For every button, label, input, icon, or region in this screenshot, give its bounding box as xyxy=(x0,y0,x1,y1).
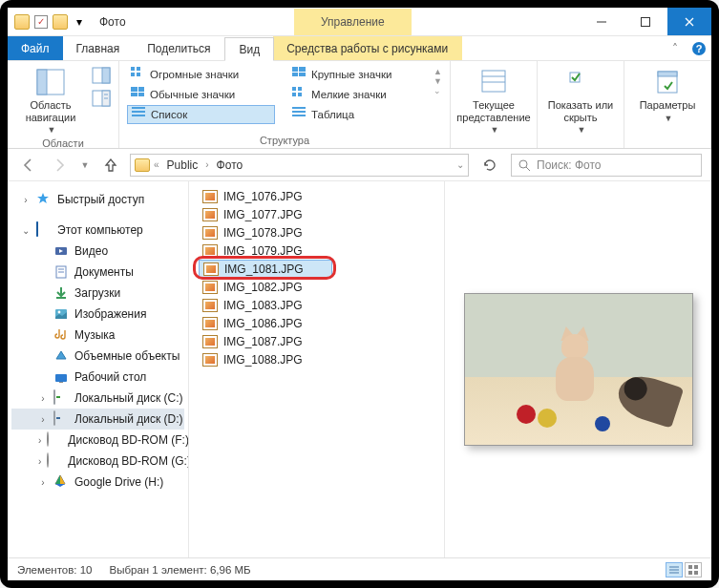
tree-item-icon xyxy=(53,243,69,259)
file-item[interactable]: IMG_1078.JPG xyxy=(199,223,332,242)
explorer-window: ▾ Фото Управление Файл Главная Поделитьс… xyxy=(8,8,711,580)
preview-image xyxy=(464,293,693,446)
file-item[interactable]: IMG_1087.JPG xyxy=(199,332,332,350)
view-details-toggle[interactable] xyxy=(666,562,683,578)
svg-text:?: ? xyxy=(696,43,703,54)
tab-home[interactable]: Главная xyxy=(63,36,135,60)
options-icon xyxy=(652,67,683,97)
view-huge-icons[interactable]: Огромные значки xyxy=(127,65,275,84)
window-title: Фото xyxy=(99,15,126,29)
tree-item-icon xyxy=(53,474,69,490)
qat-dropdown-icon[interactable]: ▾ xyxy=(71,13,88,31)
file-item[interactable]: IMG_1081.JPG xyxy=(199,260,332,278)
current-view-button[interactable]: Текущее представление▼ xyxy=(458,65,529,136)
svg-rect-42 xyxy=(694,571,698,575)
tree-item-icon xyxy=(53,411,69,427)
svg-marker-35 xyxy=(55,484,65,487)
tree-item[interactable]: ›Локальный диск (D:) xyxy=(11,409,184,430)
show-hide-button[interactable]: Показать или скрыть▼ xyxy=(545,65,616,136)
view-table[interactable]: Таблица xyxy=(288,105,428,124)
folder-icon xyxy=(13,13,31,31)
up-button[interactable] xyxy=(99,154,122,177)
tree-item-icon xyxy=(53,264,69,280)
image-file-icon xyxy=(202,244,218,258)
views-expand-icon[interactable]: ⌄ xyxy=(434,86,442,95)
svg-rect-9 xyxy=(102,68,110,83)
navigation-bar: ▼ « Public › Фото ⌄ Поиск: Фото xyxy=(8,149,711,181)
tree-item[interactable]: Документы xyxy=(11,262,184,283)
file-list[interactable]: IMG_1076.JPGIMG_1077.JPGIMG_1078.JPGIMG_… xyxy=(189,181,444,557)
tab-picture-tools[interactable]: Средства работы с рисунками xyxy=(273,36,462,60)
file-item[interactable]: IMG_1083.JPG xyxy=(199,296,332,314)
tree-item[interactable]: Рабочий стол xyxy=(11,367,184,388)
recent-locations-button[interactable]: ▼ xyxy=(78,154,92,177)
tree-item[interactable]: Видео xyxy=(11,241,184,262)
view-normal-icons[interactable]: Обычные значки xyxy=(127,85,275,104)
navigation-tree[interactable]: › Быстрый доступ ⌄ Этот компьютер ВидеоД… xyxy=(8,181,189,557)
file-item[interactable]: IMG_1086.JPG xyxy=(199,314,332,332)
tree-quick-access[interactable]: › Быстрый доступ xyxy=(11,189,184,210)
group-panes-label: Области xyxy=(42,136,84,149)
maximize-button[interactable] xyxy=(624,8,667,35)
navigation-pane-button[interactable]: Область навигации ▼ xyxy=(15,65,86,136)
file-menu[interactable]: Файл xyxy=(8,36,63,60)
view-small-icons[interactable]: Мелкие значки xyxy=(288,85,428,104)
tree-item-icon xyxy=(53,327,69,343)
options-button[interactable]: Параметры▼ xyxy=(632,65,703,123)
preview-pane-icon[interactable] xyxy=(92,67,111,87)
search-input[interactable]: Поиск: Фото xyxy=(511,154,702,177)
close-button[interactable] xyxy=(667,8,711,35)
computer-icon xyxy=(36,222,52,238)
image-file-icon xyxy=(202,190,218,203)
star-icon xyxy=(36,192,52,207)
quick-access-pin-icon[interactable] xyxy=(32,13,50,31)
tree-this-pc[interactable]: ⌄ Этот компьютер xyxy=(11,220,184,241)
tree-item[interactable]: ›Дисковод BD-ROM (G:) xyxy=(11,451,184,472)
help-button[interactable]: ? xyxy=(687,36,711,60)
svg-rect-40 xyxy=(694,565,698,569)
file-item[interactable]: IMG_1079.JPG xyxy=(199,242,332,260)
tree-item-icon xyxy=(53,369,69,385)
tree-item[interactable]: ›Google Drive (H:) xyxy=(11,472,184,493)
back-button[interactable] xyxy=(17,154,40,177)
tab-view[interactable]: Вид xyxy=(224,37,274,61)
forward-button[interactable] xyxy=(48,154,71,177)
tree-item[interactable]: Изображения xyxy=(11,304,184,325)
breadcrumb-root[interactable]: Public xyxy=(163,158,202,172)
file-item[interactable]: IMG_1077.JPG xyxy=(199,205,332,223)
breadcrumb-folder[interactable]: Фото xyxy=(213,158,247,172)
view-thumbnails-toggle[interactable] xyxy=(685,562,702,578)
tree-item-icon xyxy=(53,390,69,406)
details-pane-icon[interactable] xyxy=(92,90,111,110)
image-file-icon xyxy=(202,281,218,294)
tree-item[interactable]: Музыка xyxy=(11,325,184,346)
navigation-pane-label: Область навигации xyxy=(15,99,86,123)
file-item[interactable]: IMG_1076.JPG xyxy=(199,187,332,205)
file-item[interactable]: IMG_1088.JPG xyxy=(199,350,332,368)
views-scroll-down-icon[interactable]: ▼ xyxy=(434,76,442,86)
view-large-icons[interactable]: Крупные значки xyxy=(288,65,428,84)
image-file-icon xyxy=(202,317,218,330)
refresh-button[interactable] xyxy=(476,158,503,173)
context-tab-label: Управление xyxy=(294,9,412,35)
view-list[interactable]: Список xyxy=(127,105,275,124)
folder-icon xyxy=(52,13,69,31)
address-bar[interactable]: « Public › Фото ⌄ xyxy=(130,154,469,177)
svg-rect-31 xyxy=(59,382,63,383)
current-view-icon xyxy=(478,67,509,97)
image-file-icon xyxy=(203,262,219,276)
tree-item[interactable]: ›Дисковод BD-ROM (F:) xyxy=(11,430,184,451)
file-item[interactable]: IMG_1082.JPG xyxy=(199,278,332,296)
navigation-pane-icon xyxy=(35,67,66,97)
views-scroll-up-icon[interactable]: ▲ xyxy=(434,67,442,76)
main-content: › Быстрый доступ ⌄ Этот компьютер ВидеоД… xyxy=(8,181,711,557)
tree-item[interactable]: Объемные объекты xyxy=(11,346,184,367)
tree-item[interactable]: Загрузки xyxy=(11,283,184,304)
image-file-icon xyxy=(202,226,218,240)
collapse-ribbon-icon[interactable]: ˄ xyxy=(664,36,687,60)
tree-item[interactable]: ›Локальный диск (C:) xyxy=(11,388,184,409)
tab-share[interactable]: Поделиться xyxy=(134,36,224,60)
minimize-button[interactable] xyxy=(580,8,624,35)
address-dropdown-icon[interactable]: ⌄ xyxy=(456,159,464,170)
svg-rect-1 xyxy=(642,17,650,26)
